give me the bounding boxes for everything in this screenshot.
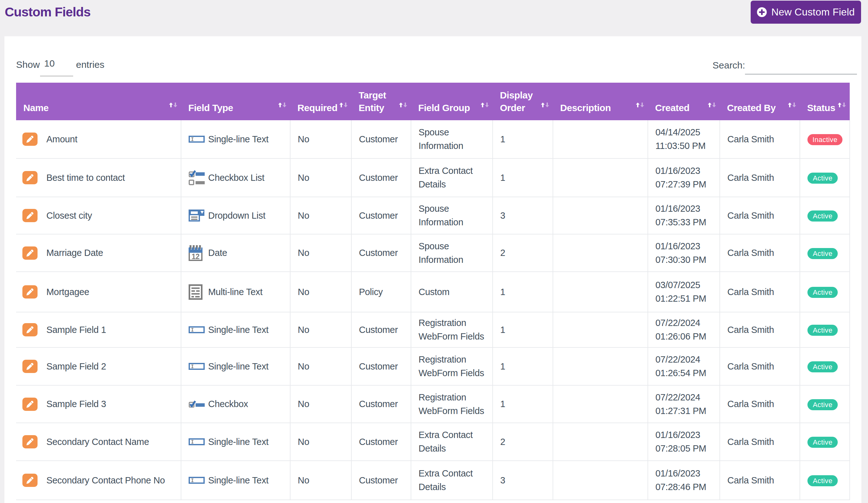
svg-text:12: 12 xyxy=(192,253,200,261)
